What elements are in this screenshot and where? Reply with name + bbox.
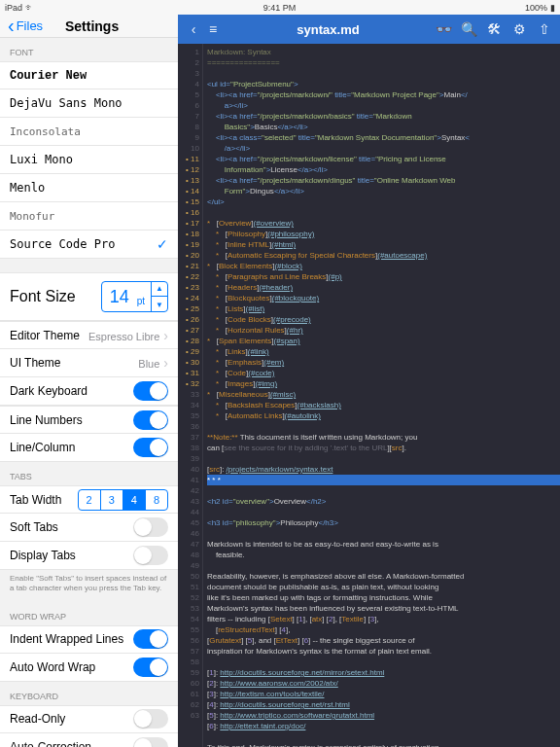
editor-header: ‹ ≡ syntax.md 👓 🔍 🛠 ⚙ ⇧ xyxy=(178,15,560,44)
file-title: syntax.md xyxy=(223,22,434,37)
section-wrap-label: WORD WRAP xyxy=(0,602,178,625)
line-column-toggle[interactable] xyxy=(133,438,168,457)
soft-tabs-note: Enable "Soft Tabs" to insert spaces inst… xyxy=(0,570,178,602)
font-option-menlo[interactable]: Menlo xyxy=(0,174,178,202)
battery-icon: ▮ xyxy=(550,3,555,13)
display-tabs-toggle[interactable] xyxy=(133,546,168,565)
ui-theme-cell[interactable]: UI ThemeBlue› xyxy=(0,349,178,377)
font-option-scp[interactable]: Source Code Pro✓ xyxy=(0,231,178,259)
line-numbers-toggle[interactable] xyxy=(133,410,168,430)
dark-keyboard-toggle[interactable] xyxy=(133,381,168,401)
tools-icon[interactable]: 🛠 xyxy=(484,19,504,39)
read-only-toggle[interactable] xyxy=(133,709,168,729)
editor-panel: ‹ ≡ syntax.md 👓 🔍 🛠 ⚙ ⇧ 12345678910• 11•… xyxy=(178,15,560,747)
tab-width-cell: Tab Width 2 3 4 8 xyxy=(0,485,178,514)
list-icon[interactable]: ≡ xyxy=(203,19,223,39)
line-gutter: 12345678910• 11• 12• 13• 14• 15• 16• 17•… xyxy=(178,44,203,747)
font-option-inconsolata[interactable]: Inconsolata xyxy=(0,118,178,146)
settings-icon[interactable]: ⚙ xyxy=(509,19,529,39)
chevron-right-icon: › xyxy=(163,355,168,371)
display-tabs-cell: Display Tabs xyxy=(0,542,178,570)
line-column-cell: Line/Column xyxy=(0,434,178,462)
share-icon[interactable]: ⇧ xyxy=(535,19,554,39)
indent-wrapped-toggle[interactable] xyxy=(133,629,168,649)
soft-tabs-cell: Soft Tabs xyxy=(0,514,178,542)
status-time: 9:41 PM xyxy=(263,3,297,13)
preview-icon[interactable]: 👓 xyxy=(434,19,453,39)
auto-wrap-toggle[interactable] xyxy=(133,658,168,677)
settings-panel: Files Settings FONT Courier New DejaVu S… xyxy=(0,15,178,747)
section-keyboard-label: KEYBOARD xyxy=(0,682,178,705)
code-editor[interactable]: 12345678910• 11• 12• 13• 14• 15• 16• 17•… xyxy=(178,44,560,747)
font-option-luxi[interactable]: Luxi Mono xyxy=(0,146,178,174)
search-icon[interactable]: 🔍 xyxy=(459,19,478,39)
font-option-courier[interactable]: Courier New xyxy=(0,61,178,89)
code-content[interactable]: Markdown: Syntax================ <ul id=… xyxy=(203,44,560,747)
editor-theme-cell[interactable]: Editor ThemeEspresso Libre› xyxy=(0,321,178,349)
section-tabs-label: TABS xyxy=(0,462,178,485)
tab-width-segmented[interactable]: 2 3 4 8 xyxy=(78,489,169,511)
font-option-dejavu[interactable]: DejaVu Sans Mono xyxy=(0,89,178,118)
battery-label: 100% xyxy=(525,3,547,13)
font-size-stepper[interactable]: 14 pt ▲ ▼ xyxy=(101,281,168,312)
status-bar: iPad ᯤ 9:41 PM 100% ▮ xyxy=(0,0,560,15)
stepper-down-icon[interactable]: ▼ xyxy=(152,297,167,312)
auto-correction-cell: Auto-Correction xyxy=(0,733,178,747)
carrier-label: iPad xyxy=(5,3,22,13)
auto-correction-toggle[interactable] xyxy=(133,737,168,747)
font-size-label: Font Size xyxy=(10,288,76,305)
auto-wrap-cell: Auto Word Wrap xyxy=(0,654,178,682)
chevron-right-icon: › xyxy=(163,328,168,343)
indent-wrapped-cell: Indent Wrapped Lines xyxy=(0,625,178,654)
read-only-cell: Read-Only xyxy=(0,705,178,733)
soft-tabs-toggle[interactable] xyxy=(133,517,168,537)
settings-title: Settings xyxy=(14,18,170,34)
check-icon: ✓ xyxy=(157,236,168,252)
line-numbers-cell: Line Numbers xyxy=(0,406,178,434)
wifi-icon: ᯤ xyxy=(25,3,34,13)
back-icon[interactable]: ‹ xyxy=(184,19,203,39)
font-size-cell: Font Size 14 pt ▲ ▼ xyxy=(0,272,178,321)
settings-header: Files Settings xyxy=(0,15,178,38)
font-option-monofur[interactable]: Monofur xyxy=(0,202,178,231)
section-font-label: FONT xyxy=(0,38,178,61)
stepper-up-icon[interactable]: ▲ xyxy=(152,281,167,297)
dark-keyboard-cell: Dark Keyboard xyxy=(0,377,178,406)
